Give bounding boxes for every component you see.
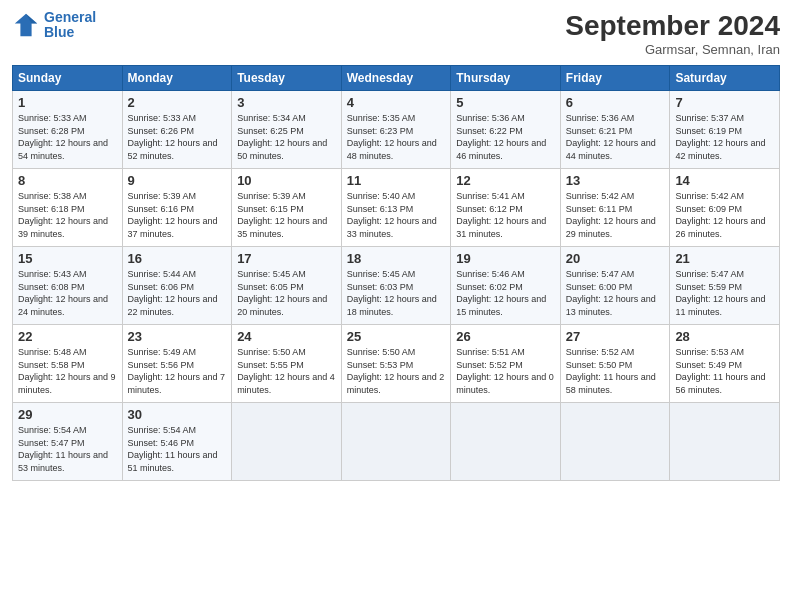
day-number: 25 xyxy=(347,329,446,344)
day-info: Sunrise: 5:46 AM Sunset: 6:02 PM Dayligh… xyxy=(456,268,555,318)
day-info: Sunrise: 5:48 AM Sunset: 5:58 PM Dayligh… xyxy=(18,346,117,396)
day-number: 18 xyxy=(347,251,446,266)
day-number: 13 xyxy=(566,173,665,188)
table-row: 21Sunrise: 5:47 AM Sunset: 5:59 PM Dayli… xyxy=(670,247,780,325)
day-info: Sunrise: 5:54 AM Sunset: 5:46 PM Dayligh… xyxy=(128,424,227,474)
title-block: September 2024 Garmsar, Semnan, Iran xyxy=(565,10,780,57)
day-number: 9 xyxy=(128,173,227,188)
col-monday: Monday xyxy=(122,66,232,91)
table-row: 27Sunrise: 5:52 AM Sunset: 5:50 PM Dayli… xyxy=(560,325,670,403)
logo-icon xyxy=(12,11,40,39)
table-row: 20Sunrise: 5:47 AM Sunset: 6:00 PM Dayli… xyxy=(560,247,670,325)
table-row: 14Sunrise: 5:42 AM Sunset: 6:09 PM Dayli… xyxy=(670,169,780,247)
col-friday: Friday xyxy=(560,66,670,91)
day-number: 20 xyxy=(566,251,665,266)
table-row: 26Sunrise: 5:51 AM Sunset: 5:52 PM Dayli… xyxy=(451,325,561,403)
day-info: Sunrise: 5:33 AM Sunset: 6:28 PM Dayligh… xyxy=(18,112,117,162)
day-info: Sunrise: 5:45 AM Sunset: 6:03 PM Dayligh… xyxy=(347,268,446,318)
day-number: 2 xyxy=(128,95,227,110)
table-row: 16Sunrise: 5:44 AM Sunset: 6:06 PM Dayli… xyxy=(122,247,232,325)
table-row: 10Sunrise: 5:39 AM Sunset: 6:15 PM Dayli… xyxy=(232,169,342,247)
table-row: 17Sunrise: 5:45 AM Sunset: 6:05 PM Dayli… xyxy=(232,247,342,325)
day-info: Sunrise: 5:47 AM Sunset: 5:59 PM Dayligh… xyxy=(675,268,774,318)
table-row: 28Sunrise: 5:53 AM Sunset: 5:49 PM Dayli… xyxy=(670,325,780,403)
table-row: 11Sunrise: 5:40 AM Sunset: 6:13 PM Dayli… xyxy=(341,169,451,247)
day-number: 8 xyxy=(18,173,117,188)
logo-text: General Blue xyxy=(44,10,96,41)
day-number: 27 xyxy=(566,329,665,344)
table-row: 12Sunrise: 5:41 AM Sunset: 6:12 PM Dayli… xyxy=(451,169,561,247)
day-number: 28 xyxy=(675,329,774,344)
col-tuesday: Tuesday xyxy=(232,66,342,91)
day-number: 26 xyxy=(456,329,555,344)
day-info: Sunrise: 5:51 AM Sunset: 5:52 PM Dayligh… xyxy=(456,346,555,396)
day-info: Sunrise: 5:45 AM Sunset: 6:05 PM Dayligh… xyxy=(237,268,336,318)
day-number: 14 xyxy=(675,173,774,188)
day-info: Sunrise: 5:50 AM Sunset: 5:53 PM Dayligh… xyxy=(347,346,446,396)
table-row: 4Sunrise: 5:35 AM Sunset: 6:23 PM Daylig… xyxy=(341,91,451,169)
day-info: Sunrise: 5:44 AM Sunset: 6:06 PM Dayligh… xyxy=(128,268,227,318)
month-title: September 2024 xyxy=(565,10,780,42)
day-info: Sunrise: 5:53 AM Sunset: 5:49 PM Dayligh… xyxy=(675,346,774,396)
calendar-header-row: Sunday Monday Tuesday Wednesday Thursday… xyxy=(13,66,780,91)
table-row: 25Sunrise: 5:50 AM Sunset: 5:53 PM Dayli… xyxy=(341,325,451,403)
day-info: Sunrise: 5:49 AM Sunset: 5:56 PM Dayligh… xyxy=(128,346,227,396)
day-info: Sunrise: 5:42 AM Sunset: 6:11 PM Dayligh… xyxy=(566,190,665,240)
calendar-week-row: 8Sunrise: 5:38 AM Sunset: 6:18 PM Daylig… xyxy=(13,169,780,247)
day-number: 21 xyxy=(675,251,774,266)
calendar-week-row: 29Sunrise: 5:54 AM Sunset: 5:47 PM Dayli… xyxy=(13,403,780,481)
table-row: 24Sunrise: 5:50 AM Sunset: 5:55 PM Dayli… xyxy=(232,325,342,403)
day-info: Sunrise: 5:42 AM Sunset: 6:09 PM Dayligh… xyxy=(675,190,774,240)
day-number: 16 xyxy=(128,251,227,266)
logo: General Blue xyxy=(12,10,96,41)
table-row: 8Sunrise: 5:38 AM Sunset: 6:18 PM Daylig… xyxy=(13,169,123,247)
table-row: 2Sunrise: 5:33 AM Sunset: 6:26 PM Daylig… xyxy=(122,91,232,169)
table-row: 30Sunrise: 5:54 AM Sunset: 5:46 PM Dayli… xyxy=(122,403,232,481)
table-row: 9Sunrise: 5:39 AM Sunset: 6:16 PM Daylig… xyxy=(122,169,232,247)
day-number: 7 xyxy=(675,95,774,110)
day-number: 4 xyxy=(347,95,446,110)
day-info: Sunrise: 5:37 AM Sunset: 6:19 PM Dayligh… xyxy=(675,112,774,162)
table-row: 1Sunrise: 5:33 AM Sunset: 6:28 PM Daylig… xyxy=(13,91,123,169)
day-number: 19 xyxy=(456,251,555,266)
day-number: 5 xyxy=(456,95,555,110)
col-sunday: Sunday xyxy=(13,66,123,91)
table-row xyxy=(560,403,670,481)
day-info: Sunrise: 5:40 AM Sunset: 6:13 PM Dayligh… xyxy=(347,190,446,240)
table-row: 6Sunrise: 5:36 AM Sunset: 6:21 PM Daylig… xyxy=(560,91,670,169)
day-number: 29 xyxy=(18,407,117,422)
table-row: 19Sunrise: 5:46 AM Sunset: 6:02 PM Dayli… xyxy=(451,247,561,325)
day-info: Sunrise: 5:36 AM Sunset: 6:21 PM Dayligh… xyxy=(566,112,665,162)
table-row xyxy=(232,403,342,481)
day-info: Sunrise: 5:36 AM Sunset: 6:22 PM Dayligh… xyxy=(456,112,555,162)
col-wednesday: Wednesday xyxy=(341,66,451,91)
table-row: 3Sunrise: 5:34 AM Sunset: 6:25 PM Daylig… xyxy=(232,91,342,169)
table-row: 13Sunrise: 5:42 AM Sunset: 6:11 PM Dayli… xyxy=(560,169,670,247)
table-row xyxy=(451,403,561,481)
day-number: 1 xyxy=(18,95,117,110)
day-number: 3 xyxy=(237,95,336,110)
day-info: Sunrise: 5:50 AM Sunset: 5:55 PM Dayligh… xyxy=(237,346,336,396)
day-info: Sunrise: 5:47 AM Sunset: 6:00 PM Dayligh… xyxy=(566,268,665,318)
day-number: 24 xyxy=(237,329,336,344)
table-row: 7Sunrise: 5:37 AM Sunset: 6:19 PM Daylig… xyxy=(670,91,780,169)
calendar-table: Sunday Monday Tuesday Wednesday Thursday… xyxy=(12,65,780,481)
day-number: 22 xyxy=(18,329,117,344)
table-row: 29Sunrise: 5:54 AM Sunset: 5:47 PM Dayli… xyxy=(13,403,123,481)
day-number: 17 xyxy=(237,251,336,266)
day-number: 23 xyxy=(128,329,227,344)
day-info: Sunrise: 5:39 AM Sunset: 6:16 PM Dayligh… xyxy=(128,190,227,240)
table-row: 5Sunrise: 5:36 AM Sunset: 6:22 PM Daylig… xyxy=(451,91,561,169)
calendar-page: General Blue September 2024 Garmsar, Sem… xyxy=(0,0,792,612)
day-number: 11 xyxy=(347,173,446,188)
header: General Blue September 2024 Garmsar, Sem… xyxy=(12,10,780,57)
day-info: Sunrise: 5:34 AM Sunset: 6:25 PM Dayligh… xyxy=(237,112,336,162)
calendar-week-row: 1Sunrise: 5:33 AM Sunset: 6:28 PM Daylig… xyxy=(13,91,780,169)
day-info: Sunrise: 5:35 AM Sunset: 6:23 PM Dayligh… xyxy=(347,112,446,162)
day-info: Sunrise: 5:38 AM Sunset: 6:18 PM Dayligh… xyxy=(18,190,117,240)
col-saturday: Saturday xyxy=(670,66,780,91)
day-info: Sunrise: 5:52 AM Sunset: 5:50 PM Dayligh… xyxy=(566,346,665,396)
col-thursday: Thursday xyxy=(451,66,561,91)
calendar-week-row: 15Sunrise: 5:43 AM Sunset: 6:08 PM Dayli… xyxy=(13,247,780,325)
day-info: Sunrise: 5:43 AM Sunset: 6:08 PM Dayligh… xyxy=(18,268,117,318)
